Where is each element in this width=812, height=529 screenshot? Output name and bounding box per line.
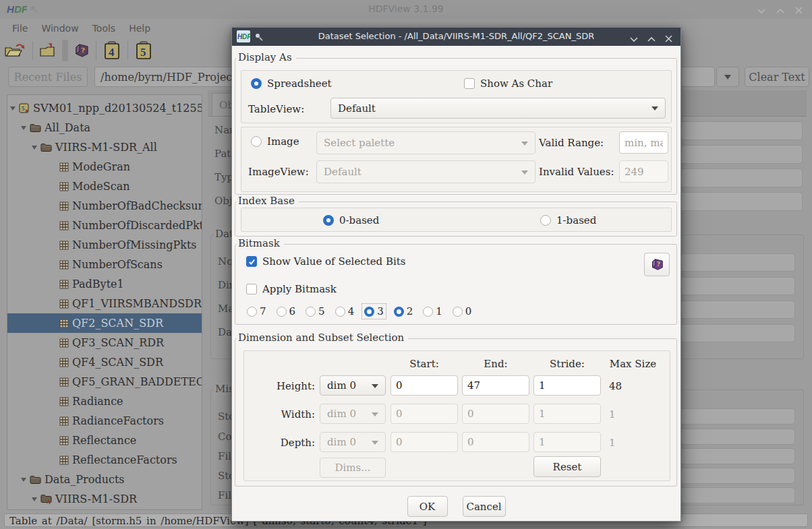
width-start-input[interactable] — [390, 404, 458, 424]
bitmask-help-button[interactable]: ? — [644, 253, 670, 276]
tree-item-modescan[interactable]: ModeScan — [7, 177, 202, 196]
bit-3-radio[interactable] — [364, 307, 374, 317]
maximize-icon[interactable] — [776, 4, 784, 17]
tree-item-numberofscans[interactable]: NumberOfScans — [7, 255, 202, 274]
tree-item-qf1_viirsmbandsdr[interactable]: QF1_VIIRSMBANDSDR — [7, 294, 202, 313]
height-stride-input[interactable] — [533, 375, 601, 396]
reset-button[interactable]: Reset — [533, 456, 601, 477]
dialog-close-icon[interactable] — [665, 32, 672, 45]
clear-text-button[interactable]: Clear Text — [745, 67, 809, 87]
tree-item-reflectancefactors[interactable]: ReflectanceFactors — [7, 450, 202, 470]
dataset-icon — [59, 319, 69, 328]
height-end-input[interactable] — [462, 375, 529, 396]
bit-1-radio[interactable] — [423, 307, 433, 317]
height-dim-combo[interactable]: dim 0 — [320, 375, 386, 396]
tree-item-qf2_scan_sdr[interactable]: QF2_SCAN_SDR — [7, 313, 202, 333]
close-icon[interactable] — [795, 4, 803, 17]
tree-item-numberofbadchecksums[interactable]: NumberOfBadChecksums — [7, 196, 202, 216]
tree-item-clipped[interactable] — [7, 509, 202, 510]
hdf4-icon[interactable]: 4 — [99, 39, 125, 62]
bit-0-option[interactable]: 0 — [451, 304, 474, 319]
bit-4-radio[interactable] — [335, 307, 345, 317]
tableview-combo[interactable]: Default — [330, 98, 666, 119]
tree-item-padbyte1[interactable]: PadByte1 — [7, 274, 202, 294]
tree-item-reflectance[interactable]: Reflectance — [7, 431, 202, 450]
tree-item-svm01_npp_d20130524_t1255132_[interactable]: 5SVM01_npp_d20130524_t1255132_ — [7, 98, 202, 118]
depth-dim-combo[interactable]: dim 0 — [320, 432, 386, 452]
bit-7-radio[interactable] — [247, 307, 257, 317]
bit-4-option[interactable]: 4 — [333, 304, 357, 319]
zero-based-radio[interactable] — [323, 215, 334, 226]
tree-item-qf5_gran_baddetector[interactable]: QF5_GRAN_BADDETECTOR — [7, 372, 202, 392]
palette-combo[interactable]: Select palette — [316, 131, 535, 154]
depth-start-input[interactable] — [390, 432, 458, 452]
width-stride-input[interactable] — [533, 404, 601, 424]
tree-item-data_products[interactable]: Data_Products — [7, 470, 202, 489]
depth-stride-input[interactable] — [533, 432, 601, 452]
bit-5-option[interactable]: 5 — [303, 304, 327, 319]
spreadsheet-radio[interactable] — [251, 78, 262, 89]
one-based-option[interactable]: 1-based — [540, 214, 596, 226]
bit-5-radio[interactable] — [306, 307, 316, 317]
path-dropdown-button[interactable] — [716, 67, 739, 87]
tree-item-qf4_scan_sdr[interactable]: QF4_SCAN_SDR — [7, 352, 202, 372]
imageview-combo[interactable]: Default — [316, 160, 535, 183]
show-value-checkbox[interactable] — [246, 256, 257, 267]
tree-item-label: SVM01_npp_d20130524_t1255132_ — [33, 102, 202, 115]
valid-range-input[interactable] — [619, 131, 668, 154]
height-start-input[interactable] — [390, 375, 458, 396]
menu-help[interactable]: Help — [122, 21, 157, 36]
menu-tools[interactable]: Tools — [86, 21, 123, 36]
expand-caret-icon[interactable] — [10, 106, 16, 113]
bit-0-radio[interactable] — [453, 307, 463, 317]
tree-item-numberofmissingpkts[interactable]: NumberOfMissingPkts — [7, 235, 202, 255]
zero-based-option[interactable]: 0-based — [323, 214, 379, 226]
invalid-values-input[interactable] — [619, 160, 668, 183]
tree-item-all_data[interactable]: All_Data — [7, 118, 202, 137]
expand-caret-icon[interactable] — [32, 146, 37, 152]
dims-button[interactable]: Dims... — [320, 458, 386, 478]
tree-item-label: Data_Products — [45, 473, 125, 486]
expand-caret-icon[interactable] — [21, 478, 26, 485]
hdf5-icon[interactable]: 5 — [131, 39, 156, 62]
bit-2-radio[interactable] — [394, 307, 404, 317]
close-file-icon[interactable] — [36, 39, 60, 62]
bit-2-option[interactable]: 2 — [392, 304, 415, 319]
one-based-radio[interactable] — [540, 215, 551, 226]
width-dim-combo[interactable]: dim 0 — [320, 404, 386, 424]
ok-button[interactable]: OK — [407, 496, 448, 517]
image-option[interactable]: Image — [251, 135, 299, 148]
image-radio[interactable] — [251, 136, 262, 147]
tree-item-radiancefactors[interactable]: RadianceFactors — [7, 411, 202, 431]
tree-item-radiance[interactable]: Radiance — [7, 392, 202, 411]
depth-end-input[interactable] — [462, 432, 529, 452]
minimize-icon[interactable] — [757, 4, 765, 17]
tree-item-numberofdiscardedpkts[interactable]: NumberOfDiscardedPkts — [7, 216, 202, 235]
menu-window[interactable]: Window — [34, 21, 85, 36]
width-end-input[interactable] — [462, 404, 529, 424]
help-book-icon[interactable]: ? — [70, 39, 93, 62]
cancel-button[interactable]: Cancel — [463, 496, 506, 517]
open-file-icon[interactable] — [0, 39, 30, 62]
show-as-char-option[interactable]: Show As Char — [464, 77, 552, 90]
expand-caret-icon[interactable] — [21, 126, 26, 133]
dialog-maximize-icon[interactable] — [647, 32, 656, 45]
tree-item-viirs-m1-sdr_all[interactable]: VIIRS-M1-SDR_All — [7, 137, 202, 157]
bit-6-radio[interactable] — [277, 307, 287, 317]
apply-bitmask-checkbox[interactable] — [246, 284, 257, 294]
bit-6-option[interactable]: 6 — [274, 304, 298, 319]
tree-item-modegran[interactable]: ModeGran — [7, 157, 202, 177]
expand-caret-icon[interactable] — [32, 497, 37, 504]
bit-7-option[interactable]: 7 — [245, 304, 268, 319]
spreadsheet-option[interactable]: Spreadsheet — [251, 77, 332, 90]
show-as-char-checkbox[interactable] — [464, 78, 475, 89]
bit-3-option[interactable]: 3 — [362, 304, 386, 319]
bit-1-option[interactable]: 1 — [421, 304, 444, 319]
dialog-minimize-icon[interactable] — [630, 32, 638, 45]
tree-item-qf3_scan_rdr[interactable]: QF3_SCAN_RDR — [7, 333, 202, 352]
show-value-option[interactable]: Show Value of Selected Bits — [246, 255, 405, 268]
apply-bitmask-option[interactable]: Apply Bitmask — [246, 283, 337, 295]
menu-file[interactable]: File — [5, 21, 34, 36]
recent-files-button[interactable]: Recent Files — [8, 67, 88, 87]
tree-item-viirs-m1-sdr[interactable]: AVIIRS-M1-SDR — [7, 489, 202, 509]
